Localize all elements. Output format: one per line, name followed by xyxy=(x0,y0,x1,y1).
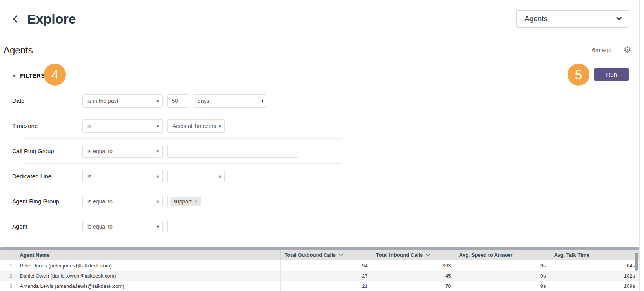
updown-arrows-icon: ▴▾ xyxy=(157,99,159,103)
filter-label: Timezone xyxy=(12,123,82,129)
filter-row-call-ring-group: Call Ring Group is equal to ▴▾ xyxy=(0,139,644,163)
cell-agent-name: Daniel Owen (daniel.owen@talkdesk.com) xyxy=(16,271,280,281)
call-ring-group-value-input[interactable] xyxy=(167,145,298,158)
last-run-timestamp: 6m ago xyxy=(592,47,611,53)
updown-arrows-icon: ▴▾ xyxy=(261,99,263,103)
column-header-total-inbound-calls[interactable]: Total Inbound Calls xyxy=(372,250,455,260)
table-row[interactable]: 2 Daniel Owen (daniel.owen@talkdesk.com)… xyxy=(0,271,639,281)
cell-talk: 109s xyxy=(550,281,639,291)
cell-speed: 9s xyxy=(455,281,550,291)
filters-panel: FILTERS 4 5 Run Date is in the past ▴▾ d… xyxy=(0,62,644,239)
updown-arrows-icon: ▴▾ xyxy=(157,225,159,229)
filter-label: Agent xyxy=(12,223,82,230)
column-header-avg-speed-to-answer[interactable]: Avg. Speed to Answer xyxy=(455,250,550,260)
updown-arrows-icon: ▴▾ xyxy=(157,149,159,153)
agent-ring-group-operator-select[interactable]: is equal to ▴▾ xyxy=(82,195,163,208)
filter-row-agent: Agent is equal to ▴▾ xyxy=(0,214,644,239)
cell-agent-name: Peter Jones (peter.jones@talkdesk.com) xyxy=(16,260,280,271)
cell-talk: 102s xyxy=(550,271,639,281)
back-icon[interactable] xyxy=(13,15,20,22)
filters-collapse-toggle[interactable]: FILTERS xyxy=(12,72,45,79)
filter-label: Call Ring Group xyxy=(12,148,82,154)
table-row[interactable]: 1 Peter Jones (peter.jones@talkdesk.com)… xyxy=(0,260,639,271)
results-table: Agent Name Total Outbound Calls Total In… xyxy=(0,247,639,291)
vertical-scrollbar-thumb[interactable] xyxy=(635,253,638,271)
column-header-avg-talk-time[interactable]: Avg. Talk Time xyxy=(550,250,639,260)
column-header-total-outbound-calls[interactable]: Total Outbound Calls xyxy=(280,250,372,260)
agent-ring-group-value-input[interactable]: support × xyxy=(167,195,298,208)
row-number-header xyxy=(0,250,16,260)
filters-section-label: FILTERS xyxy=(20,72,45,79)
date-operator-select[interactable]: is in the past ▴▾ xyxy=(82,94,163,108)
table-header-row: Agent Name Total Outbound Calls Total In… xyxy=(0,250,639,260)
cell-talk: 64s xyxy=(550,260,639,271)
filter-row-timezone: Timezone is ▴▾ Account Timezone ▴▾ xyxy=(0,113,644,138)
filter-row-dedicated-line: Dedicated Line is ▴▾ ▴▾ xyxy=(0,164,644,189)
date-unit-select[interactable]: days ▴▾ xyxy=(193,94,267,108)
remove-tag-icon[interactable]: × xyxy=(195,198,198,205)
filter-label: Agent Ring Group xyxy=(12,198,82,205)
cell-inbound: 78 xyxy=(372,281,455,291)
updown-arrows-icon: ▴▾ xyxy=(157,124,159,128)
page-title: Agents xyxy=(4,45,33,56)
annotation-badge-5: 5 xyxy=(568,64,589,86)
cell-outbound: 94 xyxy=(280,260,372,271)
updown-arrows-icon: ▴▾ xyxy=(157,199,159,203)
agent-operator-select[interactable]: is equal to ▴▾ xyxy=(82,220,163,233)
sort-chevron-icon[interactable] xyxy=(339,254,343,257)
timezone-value-select[interactable]: Account Timezone ▴▾ xyxy=(167,119,225,133)
annotation-badge-4: 4 xyxy=(44,64,66,86)
updown-arrows-icon: ▴▾ xyxy=(157,174,159,178)
cell-inbound: 45 xyxy=(372,271,455,281)
timezone-operator-select[interactable]: is ▴▾ xyxy=(82,119,163,133)
call-ring-group-operator-select[interactable]: is equal to ▴▾ xyxy=(82,145,163,158)
updown-arrows-icon: ▴▾ xyxy=(219,124,221,128)
agent-value-input[interactable] xyxy=(167,220,298,233)
gear-icon[interactable]: ⚙ xyxy=(623,46,631,55)
cell-outbound: 21 xyxy=(280,281,372,291)
sort-chevron-icon[interactable] xyxy=(426,254,430,257)
column-header-agent-name[interactable]: Agent Name xyxy=(16,250,280,260)
content-right-border xyxy=(639,0,640,291)
cell-inbound: 363 xyxy=(372,260,455,271)
filter-row-date: Date is in the past ▴▾ days ▴▾ xyxy=(0,88,644,113)
table-row[interactable]: 3 Amanda Lewis (amanda.lewis@talkdesk.co… xyxy=(0,281,639,291)
updown-arrows-icon: ▴▾ xyxy=(219,174,221,178)
cell-speed: 9s xyxy=(455,271,550,281)
run-button[interactable]: Run xyxy=(594,68,629,81)
explore-selector-dropdown[interactable]: Agents xyxy=(516,10,629,28)
chevron-down-icon xyxy=(616,15,622,20)
cell-speed: 9s xyxy=(455,260,550,271)
page-head: Agents 6m ago ⚙ xyxy=(0,38,644,62)
filter-label: Dedicated Line xyxy=(12,173,82,179)
filter-row-agent-ring-group: Agent Ring Group is equal to ▴▾ support … xyxy=(0,189,644,214)
filter-tag-support: support × xyxy=(170,197,201,206)
filter-label: Date xyxy=(12,97,82,104)
top-bar: Explore Agents xyxy=(0,0,644,38)
cell-agent-name: Amanda Lewis (amanda.lewis@talkdesk.com) xyxy=(16,281,280,291)
triangle-down-icon xyxy=(12,75,16,77)
explore-title: Explore xyxy=(27,11,76,27)
explore-selector-value: Agents xyxy=(524,15,548,23)
dedicated-line-operator-select[interactable]: is ▴▾ xyxy=(82,170,163,183)
date-amount-input[interactable] xyxy=(167,94,189,108)
dedicated-line-value-select[interactable]: ▴▾ xyxy=(167,170,225,183)
cell-outbound: 27 xyxy=(280,271,372,281)
